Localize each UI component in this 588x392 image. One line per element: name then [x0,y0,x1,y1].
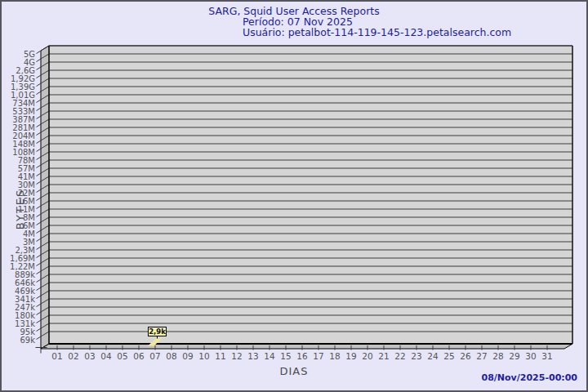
y-tick [37,263,42,266]
x-tick-label: 02 [68,351,78,361]
y-tick [37,157,42,160]
x-tick-label: 04 [100,351,112,361]
x-tick-label: 07 [149,351,160,361]
x-tick-label: 10 [198,351,209,361]
y-tick [37,149,42,152]
y-tick [37,287,42,291]
y-tick [37,230,42,234]
y-tick-label: 69k [20,336,35,345]
y-tick [37,173,42,176]
x-tick-label: 09 [182,351,193,361]
y-tick [37,83,42,87]
y-tick [37,206,42,209]
x-tick-label: 16 [296,351,308,361]
bar-value-label: 2,9k [148,327,167,336]
x-tick-label: 25 [443,351,454,361]
x-tick-label: 22 [394,351,405,361]
y-tick [37,116,42,119]
x-tick-label: 11 [215,351,225,361]
y-tick [37,279,42,283]
y-tick [37,75,42,78]
y-tick [37,312,42,315]
y-tick [37,238,42,242]
x-tick-label: 13 [247,351,258,361]
x-tick-label: 31 [541,351,552,361]
y-tick [37,59,42,62]
x-tick-label: 01 [51,351,62,361]
y-tick [37,165,42,168]
generated-timestamp: 08/Nov/2025-00:00 [482,372,577,383]
x-tick-label: 27 [476,351,487,361]
x-tick-label: 05 [117,351,127,361]
y-tick [37,255,42,258]
x-tick-label: 06 [133,351,145,361]
y-tick [37,304,42,307]
x-tick-label: 21 [378,351,389,361]
y-tick [37,198,42,201]
y-tick [37,100,42,103]
y-tick [37,108,42,111]
y-tick [37,124,42,127]
y-tick [37,51,42,54]
y-tick [37,222,42,225]
y-tick [37,271,42,274]
bytes-per-day-chart: 5G4G2,6G1,92G1,39G1,01G734M533M387M281M2… [0,0,588,392]
x-tick-label: 23 [411,351,421,361]
sarg-report-screen: SARG, Squid User Access Reports Período:… [0,0,588,392]
y-tick [37,132,42,136]
y-tick [37,328,42,332]
y-tick [37,247,42,250]
x-tick-label: 17 [313,351,323,361]
x-tick-label: 26 [460,351,471,361]
y-tick [37,189,42,193]
x-tick-label: 15 [280,351,291,361]
y-tick [37,67,42,70]
x-tick-label: 18 [329,351,340,361]
y-tick [37,336,42,340]
y-tick [37,140,42,144]
x-tick-label: 28 [492,351,503,361]
x-tick-label: 30 [525,351,536,361]
x-tick-label: 08 [166,351,176,361]
x-tick-label: 03 [84,351,95,361]
x-tick-label: 24 [427,351,439,361]
y-tick [37,91,42,95]
y-tick [37,296,42,299]
y-tick [37,320,42,323]
x-tick-label: 14 [264,351,275,361]
y-tick [37,181,42,185]
y-tick [37,214,42,217]
x-tick-label: 19 [345,351,356,361]
y-axis-title: BYTES [14,189,26,230]
x-tick-label: 20 [362,351,372,361]
x-tick-label: 29 [509,351,519,361]
x-tick-label: 12 [231,351,242,361]
